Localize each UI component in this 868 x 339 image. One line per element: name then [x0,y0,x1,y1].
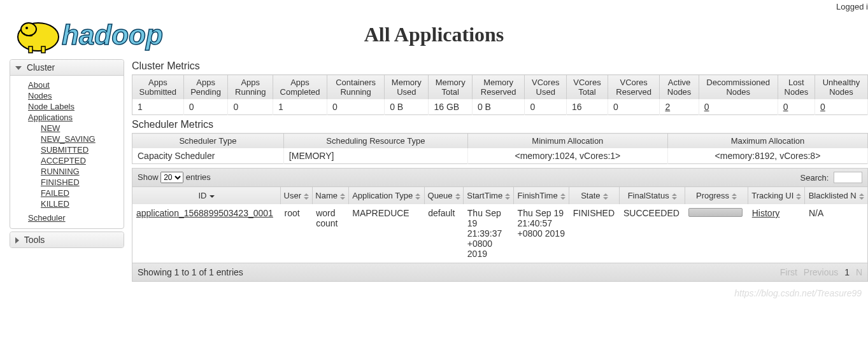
cluster-metric-value: 0 [183,99,228,115]
scheduler-metric-header: Scheduling Resource Type [283,134,467,149]
application-id-link[interactable]: application_1568899503423_0001 [136,208,273,218]
page-size-select[interactable]: 20 [160,172,183,183]
cluster-metric-link[interactable]: 0 [704,102,709,112]
cluster-metrics-table: Apps SubmittedApps PendingApps RunningAp… [132,74,868,115]
sort-icon [505,193,510,200]
sidebar-state-killed[interactable]: KILLED [41,199,69,209]
sort-icon [796,193,801,200]
cluster-metric-header: Apps Submitted [132,75,184,100]
progress-bar [688,208,743,217]
top-bar: Logged i [0,0,868,11]
cluster-metric-value: 0 [815,99,868,115]
tracking-link[interactable]: History [752,208,780,218]
cluster-metric-value: 0 [608,99,660,115]
cluster-metric-value: 0 [228,99,273,115]
apps-column-header[interactable]: Application Type [348,187,424,205]
pager-next[interactable]: N [856,267,862,277]
pager-prev[interactable]: Previous [804,267,838,277]
cluster-metric-header: Memory Used [385,75,429,100]
cluster-metric-link[interactable]: 0 [820,102,825,112]
cluster-metric-header: VCores Used [525,75,567,100]
chevron-right-icon [15,237,19,244]
cluster-metric-header: VCores Reserved [608,75,660,100]
search-input[interactable] [834,172,862,183]
cluster-metric-value: 0 [699,99,778,115]
cluster-metric-value: 0 B [385,99,429,115]
sidebar-state-running[interactable]: RUNNING [41,167,80,176]
apps-column-header[interactable]: FinalStatus [620,187,685,205]
cell-user: root [281,204,313,263]
main-content: Cluster Metrics Apps SubmittedApps Pendi… [124,59,868,301]
table-footer: Showing 1 to 1 of 1 entries First Previo… [132,263,868,282]
apps-column-header[interactable]: FinishTime [514,187,569,205]
cluster-metric-value: 0 [778,99,815,115]
cluster-metric-value: 0 [327,99,385,115]
logged-in-text: Logged i [836,2,868,11]
page-header: hadoop All Applications [0,11,868,59]
scheduler-metrics-title: Scheduler Metrics [132,119,868,130]
sidebar-state-new[interactable]: NEW [41,123,60,133]
cluster-metric-value: 1 [273,99,327,115]
pager: First Previous 1 N [776,267,862,277]
apps-column-header[interactable]: Progress [685,187,748,205]
cluster-metrics-title: Cluster Metrics [132,60,868,72]
sort-icon [340,193,345,200]
cell-blacklist: N/A [805,204,868,263]
cluster-metric-value: 16 [567,99,608,115]
pager-page[interactable]: 1 [844,267,850,277]
svg-point-2 [25,27,28,29]
svg-rect-3 [29,46,32,53]
scheduler-metric-value: Capacity Scheduler [132,148,284,164]
apps-column-header[interactable]: Tracking UI [748,187,805,205]
sidebar-link-applications[interactable]: Applications [28,113,73,122]
sidebar-state-accepted[interactable]: ACCEPTED [41,156,86,165]
pager-first[interactable]: First [780,267,797,277]
cluster-metric-header: Memory Total [429,75,472,100]
cell-type: MAPREDUCE [348,204,424,263]
cluster-metric-value: 2 [660,99,699,115]
cluster-metric-value: 0 [525,99,567,115]
sidebar-state-failed[interactable]: FAILED [41,188,69,198]
sidebar-link-scheduler[interactable]: Scheduler [28,213,66,223]
sidebar-link-nodes[interactable]: Nodes [28,91,52,100]
apps-column-header[interactable]: StartTime [464,187,514,205]
sidebar-link-about[interactable]: About [28,80,50,90]
sort-icon [560,193,566,200]
sidebar-link-node-labels[interactable]: Node Labels [28,102,75,111]
show-label: Show [138,172,159,182]
cell-name: word count [312,204,348,263]
apps-column-header[interactable]: State [569,187,620,205]
apps-column-header[interactable]: Queue [424,187,464,205]
cluster-metric-header: Apps Pending [183,75,228,100]
sort-icon [672,193,677,200]
cluster-metric-header: Unhealthy Nodes [815,75,868,100]
cluster-metric-header: Memory Reserved [472,75,525,100]
entries-info: Showing 1 to 1 of 1 entries [138,267,243,277]
cluster-metric-value: 16 GB [429,99,472,115]
table-controls: Show 20 entries Search: [132,168,868,186]
scheduler-metric-value: <memory:8192, vCores:8> [667,148,867,164]
cluster-metric-link[interactable]: 2 [665,102,670,112]
cluster-metric-link[interactable]: 0 [783,102,788,112]
sidebar-tools-header[interactable]: Tools [10,232,124,247]
sort-icon [603,193,608,200]
apps-column-header[interactable]: ID [132,187,281,205]
sidebar-state-submitted[interactable]: SUBMITTED [41,145,89,155]
sidebar-state-finished[interactable]: FINISHED [41,177,80,187]
scheduler-metric-value: [MEMORY] [283,148,467,164]
sort-icon [455,193,460,200]
svg-rect-4 [41,46,45,53]
cluster-metric-header: Apps Completed [273,75,327,100]
apps-column-header[interactable]: Name [312,187,348,205]
search-label: Search: [800,173,829,183]
sidebar-cluster-header[interactable]: Cluster [10,60,124,76]
entries-label: entries [186,172,211,182]
sort-icon [304,193,309,200]
sidebar: Cluster About Nodes Node Labels Applicat… [10,59,124,251]
apps-column-header[interactable]: User [281,187,313,205]
apps-column-header[interactable]: Blacklisted N [805,187,868,205]
hadoop-logo: hadoop [10,11,201,58]
sidebar-state-new-saving[interactable]: NEW_SAVING [41,134,96,144]
scheduler-metric-value: <memory:1024, vCores:1> [467,148,667,164]
cell-progress [685,204,748,263]
